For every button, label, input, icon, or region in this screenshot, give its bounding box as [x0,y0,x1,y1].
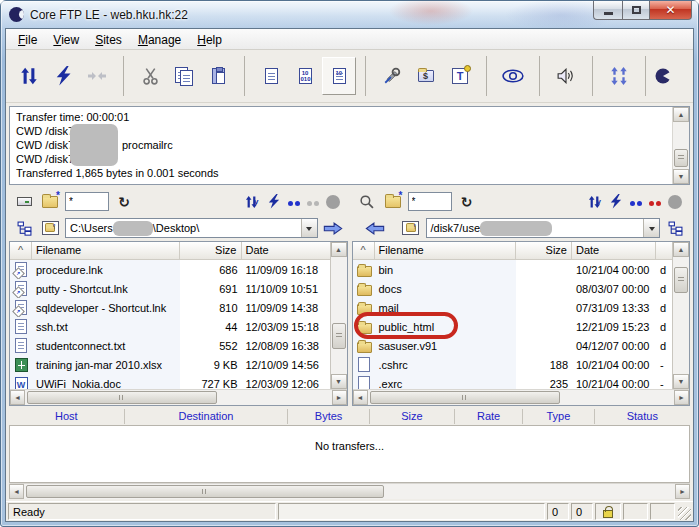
tools-icon[interactable] [375,57,409,95]
menu-help[interactable]: Help [189,30,230,49]
compare-blue-dots-icon[interactable] [630,196,642,208]
remote-vertical-scrollbar[interactable]: ▲ ▼ [672,242,689,389]
filename-column-header[interactable]: Filename [375,242,517,259]
cut-icon[interactable] [133,57,167,95]
size-column-header[interactable]: Size [516,242,572,259]
sync-gray-dots-icon[interactable] [307,196,319,208]
sound-icon[interactable] [549,57,583,95]
menu-view[interactable]: View [45,30,87,49]
paste-icon[interactable] [201,57,235,95]
queue-destination-header[interactable]: Destination [125,409,288,424]
scroll-right-icon[interactable]: ► [674,390,689,405]
drives-icon[interactable] [13,191,35,213]
scrollbar-thumb[interactable] [674,149,688,167]
scroll-down-icon[interactable]: ▼ [331,374,347,389]
transfer-updown-icon[interactable] [12,57,46,95]
scroll-right-icon[interactable]: ► [675,484,690,499]
resize-grip[interactable] [678,507,691,520]
view-eye-icon[interactable] [496,57,530,95]
quick-connect-lightning-icon[interactable] [46,57,80,95]
remote-filter-input[interactable] [408,192,452,211]
file-row[interactable]: public_html 12/21/09 15:23 d [353,317,673,336]
stop-circle-icon[interactable] [668,195,682,209]
file-row[interactable]: sasuser.v91 04/12/07 00:00 d [353,336,673,355]
scroll-down-icon[interactable]: ▼ [673,169,689,184]
menu-file[interactable]: File [10,30,45,49]
file-row[interactable]: training jan-mar 2010.xlsx 9 KB 12/10/09… [10,355,330,374]
copy-icon[interactable] [167,57,201,95]
path-dropdown-button[interactable] [643,219,659,237]
scrollbar-thumb[interactable] [26,485,384,498]
search-icon[interactable] [356,191,378,213]
date-column-header[interactable]: Date [242,242,330,259]
scrollbar-thumb[interactable] [674,267,688,293]
file-row[interactable]: .exrc 235 10/21/04 00:00 - [353,374,673,389]
file-row[interactable]: bin 10/21/04 00:00 d [353,260,673,279]
auto-mode-icon[interactable]: 10 [322,57,356,95]
size-column-header[interactable]: Size [180,242,242,259]
queue-horizontal-scrollbar[interactable]: ◄ ► [9,483,690,499]
queue-bytes-header[interactable]: Bytes [288,409,370,424]
permissions-column-header[interactable] [656,242,672,259]
file-row[interactable]: procedure.lnk 686 11/09/09 16:18 [10,260,330,279]
scroll-right-icon[interactable]: ► [332,390,347,405]
stop-circle-icon[interactable] [326,195,340,209]
file-row[interactable]: ssh.txt 44 12/03/09 15:18 [10,317,330,336]
file-row[interactable]: UWiFi_Nokia.doc 727 KB 12/03/09 12:06 [10,374,330,389]
scrollbar-thumb[interactable] [370,391,560,404]
scroll-up-icon[interactable]: ▲ [331,242,347,257]
transfer-options-caret[interactable]: v [254,197,258,206]
maximize-button[interactable] [622,1,649,20]
scrollbar-thumb[interactable] [332,323,346,349]
local-horizontal-scrollbar[interactable]: ◄ ► [10,389,347,405]
date-column-header[interactable]: Date [572,242,656,259]
go-left-arrow-icon[interactable] [364,217,386,239]
queue-status-header[interactable]: Status [595,409,690,424]
compare-blue-dots-icon[interactable] [288,196,300,208]
remote-horizontal-scrollbar[interactable]: ◄ ► [353,389,690,405]
queue-size-header[interactable]: Size [370,409,455,424]
lightning-connect-icon[interactable] [266,194,281,209]
menu-sites[interactable]: Sites [87,30,130,49]
transfer-updown-small-icon[interactable]: v [588,195,601,209]
queue-type-header[interactable]: Type [523,409,595,424]
file-row[interactable]: .cshrc 188 10/21/04 00:00 - [353,355,673,374]
menu-manage[interactable]: Manage [130,30,189,49]
scroll-left-icon[interactable]: ◄ [353,390,368,405]
ascii-mode-icon[interactable] [254,57,288,95]
local-filter-input[interactable] [65,192,109,211]
refresh-icon[interactable]: ↻ [113,191,135,213]
queue-rate-header[interactable]: Rate [455,409,523,424]
tree-view-icon[interactable] [664,217,686,239]
scroll-down-icon[interactable]: ▼ [673,374,689,389]
transfer-options-caret[interactable]: v [597,197,601,206]
new-folder-icon[interactable] [382,191,404,213]
refresh-icon[interactable]: ↻ [456,191,478,213]
close-button[interactable]: ✕ [649,1,692,20]
filename-column-header[interactable]: Filename [32,242,180,259]
file-row[interactable]: studentconnect.txt 552 12/08/09 16:38 [10,336,330,355]
minimize-button[interactable] [593,1,622,20]
title-bar[interactable]: Core FTP LE - web.hku.hk:22 ✕ [1,1,698,28]
remote-path-combo[interactable]: /disk7/user [426,218,661,238]
path-dropdown-button[interactable] [301,219,317,237]
scroll-up-icon[interactable]: ▲ [673,242,689,257]
go-right-arrow-icon[interactable] [322,217,344,239]
up-directory-icon[interactable]: ↑ [39,217,61,239]
up-directory-icon[interactable]: ↑ [400,217,422,239]
disconnect-icon[interactable] [80,57,114,95]
new-folder-icon[interactable] [39,191,61,213]
binary-mode-icon[interactable]: 10 010 [288,57,322,95]
file-row[interactable]: putty - Shortcut.lnk 691 11/10/09 10:51 [10,279,330,298]
local-vertical-scrollbar[interactable]: ▲ ▼ [330,242,347,389]
log-vertical-scrollbar[interactable]: ▲ ▼ [672,107,689,184]
queue-icon[interactable] [602,57,636,95]
file-row[interactable]: mail 07/31/09 13:33 d [353,298,673,317]
scroll-left-icon[interactable]: ◄ [10,390,25,405]
scroll-up-icon[interactable]: ▲ [673,107,689,122]
file-row[interactable]: docs 08/03/07 00:00 d [353,279,673,298]
file-row[interactable]: sqldeveloper - Shortcut.lnk 810 11/09/09… [10,298,330,317]
site-manager-icon[interactable] [409,57,443,95]
tree-view-icon[interactable] [13,217,35,239]
scroll-left-icon[interactable]: ◄ [9,484,24,499]
